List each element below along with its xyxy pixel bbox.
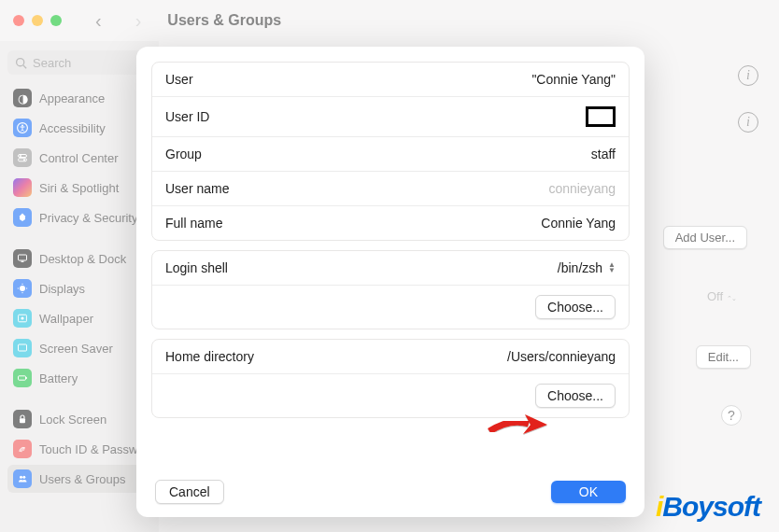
row-value: /Users/connieyang xyxy=(507,349,616,364)
row-user: User "Connie Yang" xyxy=(152,63,629,96)
row-label: User name xyxy=(165,181,229,196)
choose-shell-button[interactable]: Choose... xyxy=(535,295,616,319)
login-shell-group: Login shell /bin/zsh ▲▼ Choose... xyxy=(151,250,630,329)
row-value: "Connie Yang" xyxy=(531,72,616,87)
row-full-name: Full name Connie Yang xyxy=(152,205,629,240)
row-label: Login shell xyxy=(165,260,228,275)
home-directory-group: Home directory /Users/connieyang Choose.… xyxy=(151,339,630,418)
row-home-directory-choose: Choose... xyxy=(152,373,629,417)
login-shell-select[interactable]: /bin/zsh ▲▼ xyxy=(558,260,616,275)
chevron-updown-icon: ▲▼ xyxy=(608,262,616,273)
full-name-field[interactable]: Connie Yang xyxy=(541,216,616,231)
row-label: User ID xyxy=(165,109,209,124)
row-user-name: User name connieyang xyxy=(152,171,629,205)
advanced-user-modal: User "Connie Yang" User ID Group staff U… xyxy=(136,47,644,517)
row-label: Group xyxy=(165,147,202,161)
row-group: Group staff xyxy=(152,136,629,171)
row-home-directory: Home directory /Users/connieyang xyxy=(152,340,629,373)
row-login-shell-choose: Choose... xyxy=(152,285,629,329)
user-id-field[interactable] xyxy=(586,106,616,127)
choose-home-directory-button[interactable]: Choose... xyxy=(535,384,616,408)
row-label: Full name xyxy=(165,216,222,231)
row-value: staff xyxy=(591,147,616,161)
row-label: Home directory xyxy=(165,349,254,364)
row-label: User xyxy=(165,72,193,87)
row-value: connieyang xyxy=(548,181,616,196)
select-value: /bin/zsh xyxy=(558,260,602,275)
ok-button[interactable]: OK xyxy=(551,481,626,503)
cancel-button[interactable]: Cancel xyxy=(155,480,224,504)
row-user-id: User ID xyxy=(152,96,629,136)
user-info-group: User "Connie Yang" User ID Group staff U… xyxy=(151,62,630,241)
row-login-shell: Login shell /bin/zsh ▲▼ xyxy=(152,251,629,285)
modal-footer: Cancel OK xyxy=(151,480,630,506)
